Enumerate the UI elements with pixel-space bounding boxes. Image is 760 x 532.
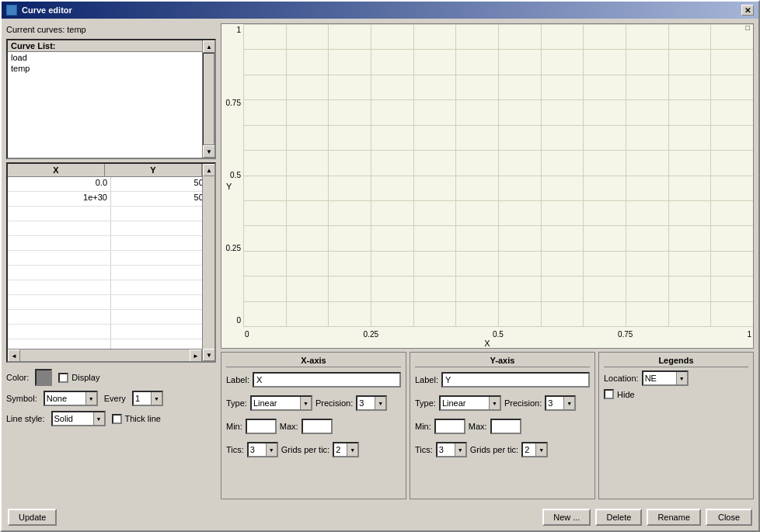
hide-checkbox[interactable] xyxy=(604,389,614,399)
cell-x-0[interactable]: 0.0 xyxy=(8,177,111,191)
table-scroll-left[interactable]: ◄ xyxy=(8,349,20,362)
scrollbar-track[interactable] xyxy=(203,53,214,145)
window-close-button[interactable]: ✕ xyxy=(741,5,754,16)
y-grids-arrow[interactable]: ▼ xyxy=(535,443,546,456)
x-precision-label: Precision: xyxy=(316,398,353,408)
table-hscrollbar[interactable]: ◄ ► xyxy=(8,349,202,361)
y-type-dropdown[interactable]: Linear ▼ xyxy=(439,395,501,411)
y-tics-label: Tics: xyxy=(415,445,433,454)
y-precision-dropdown[interactable]: 3 ▼ xyxy=(545,395,576,411)
x-axis-labels: 0 0.25 0.5 0.75 1 xyxy=(243,330,753,339)
location-label: Location: xyxy=(604,374,639,383)
curve-list-header: Curve List: xyxy=(8,40,214,52)
x-precision-value: 3 xyxy=(357,398,375,408)
color-line: Color: Display xyxy=(6,369,216,386)
x-label-label: Label: xyxy=(226,375,249,384)
y-type-label: Type: xyxy=(415,398,436,408)
line-style-dropdown[interactable]: Solid ▼ xyxy=(51,411,106,426)
update-button[interactable]: Update xyxy=(8,509,57,526)
scroll-down-btn[interactable]: ▼ xyxy=(203,145,214,158)
x-min-input[interactable] xyxy=(246,419,277,434)
table-scroll-right[interactable]: ► xyxy=(190,349,202,362)
symbol-dropdown[interactable]: None ▼ xyxy=(44,391,98,406)
y-grids-dropdown[interactable]: 2 ▼ xyxy=(521,442,548,457)
table-row xyxy=(8,207,214,221)
y-label-input[interactable] xyxy=(441,372,590,388)
table-row xyxy=(8,310,214,325)
window-title: Curve editor xyxy=(22,5,72,15)
list-item-load[interactable]: load xyxy=(8,52,214,63)
x-type-arrow[interactable]: ▼ xyxy=(300,397,311,409)
x-minmax-row: Min: Max: xyxy=(226,419,401,434)
table-scroll-down[interactable]: ▼ xyxy=(203,349,214,361)
thick-line-checkbox[interactable] xyxy=(112,414,122,424)
x-type-dropdown[interactable]: Linear ▼ xyxy=(250,395,312,411)
every-value: 1 xyxy=(134,394,151,403)
x-label-05: 0.5 xyxy=(493,330,504,339)
list-item-temp[interactable]: temp xyxy=(8,63,214,74)
table-scroll-track[interactable] xyxy=(203,177,214,349)
delete-button[interactable]: Delete xyxy=(595,509,642,526)
y-tics-dropdown[interactable]: 3 ▼ xyxy=(436,442,467,457)
every-label: Every xyxy=(104,394,126,403)
color-picker[interactable] xyxy=(35,369,52,386)
cell-y-0[interactable]: 50.0 xyxy=(111,177,214,191)
x-grids-dropdown[interactable]: 2 ▼ xyxy=(333,442,359,457)
line-style-arrow[interactable]: ▼ xyxy=(93,412,104,425)
x-axis-panel-title: X-axis xyxy=(226,356,401,367)
y-axis-panel-title: Y-axis xyxy=(415,356,590,367)
every-dropdown[interactable]: 1 ▼ xyxy=(132,391,163,406)
y-precision-arrow[interactable]: ▼ xyxy=(563,397,574,409)
location-arrow[interactable]: ▼ xyxy=(676,372,687,384)
x-tics-row: Tics: 3 ▼ Grids per tic: 2 ▼ xyxy=(226,442,401,457)
x-precision-arrow[interactable]: ▼ xyxy=(375,397,385,409)
display-checkbox-wrapper[interactable]: Display xyxy=(58,373,99,383)
y-max-label: Max: xyxy=(469,422,487,431)
symbol-dropdown-arrow[interactable]: ▼ xyxy=(85,392,96,405)
legends-title: Legends xyxy=(604,356,748,367)
table-row xyxy=(8,221,214,236)
y-grids-value: 2 xyxy=(523,445,535,454)
symbol-label: Symbol: xyxy=(6,394,37,403)
y-axis-panel: Y-axis Label: Type: Linear ▼ Precision: xyxy=(410,352,595,499)
y-axis-labels: 0 0.25 0.5 0.75 1 xyxy=(221,24,243,326)
table-scrollbar[interactable]: ▲ ▼ xyxy=(202,177,214,361)
x-label-1: 1 xyxy=(747,330,751,339)
table-row: 1e+30 50.0 xyxy=(8,192,214,207)
cell-x-1[interactable]: 1e+30 xyxy=(8,192,111,206)
x-max-label: Max: xyxy=(280,422,298,431)
x-max-input[interactable] xyxy=(302,419,333,434)
x-tics-dropdown[interactable]: 3 ▼ xyxy=(247,442,278,457)
curve-list-inner: load temp xyxy=(8,52,214,158)
x-grids-arrow[interactable]: ▼ xyxy=(347,443,357,456)
y-tics-arrow[interactable]: ▼ xyxy=(455,443,465,456)
y-min-input[interactable] xyxy=(434,419,465,434)
rename-button[interactable]: Rename xyxy=(647,509,701,526)
every-dropdown-arrow[interactable]: ▼ xyxy=(151,392,162,405)
location-row: Location: NE ▼ xyxy=(604,370,748,386)
x-label-input[interactable] xyxy=(253,372,401,388)
curve-list-box: Curve List: load temp ▲ ▼ xyxy=(6,39,216,159)
new-button[interactable]: New ... xyxy=(542,509,591,526)
y-tics-value: 3 xyxy=(438,445,455,454)
cell-y-1[interactable]: 50.0 xyxy=(111,192,214,206)
controls-area: Color: Display Symbol: None ▼ Every xyxy=(6,369,216,426)
y-label-label: Label: xyxy=(415,375,438,384)
display-checkbox[interactable] xyxy=(58,373,68,383)
x-tics-arrow[interactable]: ▼ xyxy=(266,443,277,456)
location-dropdown[interactable]: NE ▼ xyxy=(642,370,689,386)
curve-list-scrollbar[interactable]: ▲ ▼ xyxy=(202,52,214,158)
close-button[interactable]: Close xyxy=(706,509,752,526)
footer-left: Update xyxy=(8,509,57,526)
x-grids-label: Grids per tic: xyxy=(281,445,329,454)
hide-checkbox-wrapper[interactable]: Hide xyxy=(604,389,635,399)
y-label-025: 0.25 xyxy=(221,244,243,252)
x-min-label: Min: xyxy=(226,422,242,431)
thick-line-wrapper[interactable]: Thick line xyxy=(112,414,161,424)
x-precision-dropdown[interactable]: 3 ▼ xyxy=(356,395,387,411)
y-max-input[interactable] xyxy=(490,419,521,434)
y-type-value: Linear xyxy=(441,398,489,408)
y-type-arrow[interactable]: ▼ xyxy=(489,397,500,409)
plot-corner-mark: □ xyxy=(746,24,750,32)
table-hscroll-track[interactable] xyxy=(20,349,190,361)
